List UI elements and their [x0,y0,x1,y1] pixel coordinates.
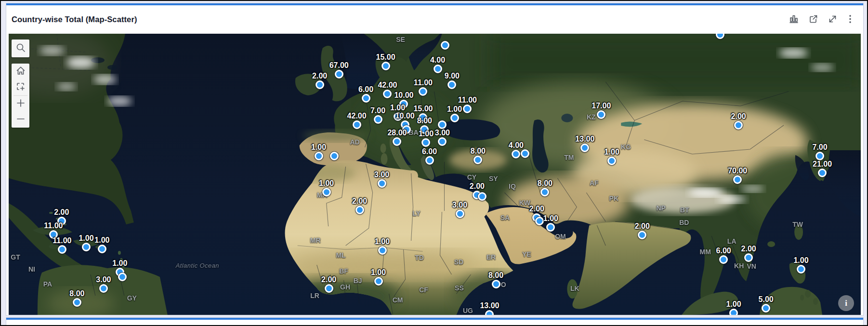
scatter-marker-icon[interactable] [456,209,464,218]
scatter-marker-icon[interactable] [438,137,447,146]
map-canvas[interactable]: SEADMAMRMLBFBJGHLRTDSDERCFCMSSUGSOLYGTNI… [9,34,861,315]
scatter-marker-icon[interactable] [521,149,529,158]
scatter-marker-icon[interactable] [118,273,127,281]
scatter-marker-icon[interactable] [815,152,824,160]
scatter-marker-icon[interactable] [335,70,343,78]
scatter-marker-icon[interactable] [441,41,449,50]
point-value-label: 42.00 [347,112,367,120]
scatter-marker-icon[interactable] [374,115,382,124]
scatter-marker-icon[interactable] [540,188,549,196]
point-value-label: 2.00 [731,112,746,121]
box-zoom-icon [15,81,26,93]
scatter-marker-icon[interactable] [82,243,91,251]
scatter-marker-icon[interactable] [546,223,555,232]
point-value-label: 3.00 [435,129,450,137]
scatter-marker-icon[interactable] [447,80,456,89]
scatter-marker-icon[interactable] [49,230,58,239]
scatter-marker-icon[interactable] [58,245,66,254]
more-options-button[interactable] [846,13,855,26]
scatter-marker-icon[interactable] [463,104,472,113]
widget-header: Country-wise Total (Map-Scatter) [6,5,863,34]
point-value-label: 9.00 [445,72,460,80]
point-value-label: 1.00 [112,259,127,268]
scatter-marker-icon[interactable] [597,110,605,119]
point-value-label: 8.00 [538,179,552,188]
map-zoom-out-button[interactable] [12,112,29,128]
scatter-marker-icon[interactable] [57,217,66,225]
scatter-marker-icon[interactable] [485,310,494,315]
point-value-label: 2.00 [741,245,756,253]
map-search-button[interactable] [12,39,29,57]
home-icon [15,65,26,78]
point-value-label: 8.00 [69,289,84,298]
scatter-marker-icon[interactable] [98,245,106,253]
scatter-marker-icon[interactable] [402,125,411,134]
chart-options-button[interactable] [788,13,800,26]
scatter-marker-icon[interactable] [762,304,770,313]
scatter-marker-icon[interactable] [399,100,408,108]
kebab-menu-icon [847,14,854,26]
scatter-marker-icon[interactable] [73,298,81,307]
point-value-label: 5.00 [759,295,774,304]
scatter-marker-icon[interactable] [393,137,401,146]
map-home-button[interactable] [12,64,29,79]
chart-options-icon [789,13,799,26]
scatter-marker-icon[interactable] [362,94,370,103]
scatter-marker-icon[interactable] [744,253,753,262]
scatter-marker-icon[interactable] [478,192,487,201]
map-zoom-in-button[interactable] [12,96,29,112]
scatter-marker-icon[interactable] [535,217,544,225]
scatter-marker-icon[interactable] [729,309,738,315]
open-in-new-icon [808,14,818,26]
scatter-marker-icon[interactable] [818,169,827,177]
screenshot-frame: Country-wise Total (Map-Scatter) [0,0,868,326]
scatter-marker-icon[interactable] [419,113,427,122]
expand-button[interactable] [827,13,839,26]
scatter-marker-icon[interactable] [353,120,361,129]
point-value-label: 1.00 [726,300,741,309]
scatter-marker-icon[interactable] [421,138,430,147]
scatter-marker-icon[interactable] [580,143,589,152]
scatter-marker-icon[interactable] [419,87,427,96]
open-in-new-button[interactable] [807,13,819,26]
scatter-marker-icon[interactable] [394,112,402,121]
scatter-marker-icon[interactable] [315,152,323,160]
scatter-marker-icon[interactable] [733,175,742,184]
map-box-zoom-button[interactable] [12,79,29,95]
scatter-marker-icon[interactable] [797,265,805,274]
point-value-label: 15.00 [376,53,395,62]
scatter-marker-icon[interactable] [719,255,728,264]
scatter-marker-icon[interactable] [381,62,390,70]
scatter-marker-icon[interactable] [473,156,482,164]
point-value-label: 11.00 [458,96,477,104]
scatter-marker-icon[interactable] [316,80,324,89]
map-attribution-button[interactable]: i [838,295,854,311]
point-value-label: 6.00 [422,147,437,156]
scatter-marker-icon[interactable] [420,125,429,134]
point-value-label: 2.00 [352,197,367,206]
point-value-label: 70.00 [728,167,747,175]
scatter-marker-icon[interactable] [325,284,333,293]
scatter-marker-icon[interactable] [638,231,646,239]
scatter-marker-icon[interactable] [716,34,724,39]
scatter-marker-icon[interactable] [374,277,383,286]
scatter-marker-icon[interactable] [330,152,339,160]
scatter-marker-icon[interactable] [355,206,364,214]
scatter-marker-icon[interactable] [512,150,520,158]
expand-icon [828,14,838,26]
scatter-marker-icon[interactable] [99,284,108,293]
point-value-label: 4.00 [509,141,524,150]
scatter-marker-icon[interactable] [607,156,616,165]
scatter-marker-icon[interactable] [378,246,387,255]
scatter-marker-icon[interactable] [734,121,743,130]
widget-card: Country-wise Total (Map-Scatter) [6,3,864,316]
scatter-marker-icon[interactable] [434,65,442,73]
scatter-marker-icon[interactable] [383,90,392,98]
scatter-marker-icon[interactable] [378,179,386,188]
scatter-marker-icon[interactable] [450,114,459,122]
point-value-label: 15.00 [413,104,433,113]
scatter-marker-icon[interactable] [322,188,331,196]
scatter-marker-icon[interactable] [425,156,434,165]
scatter-marker-icon[interactable] [492,280,500,288]
scatter-marker-icon[interactable] [438,120,447,129]
